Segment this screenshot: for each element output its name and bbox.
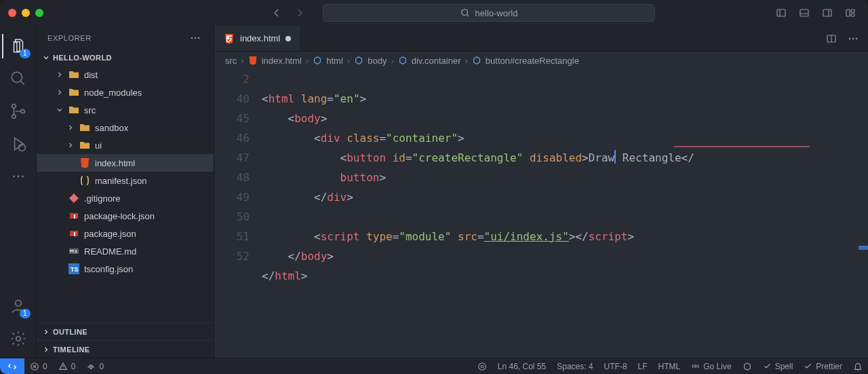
layout-panel-icon[interactable] [795, 3, 814, 22]
notifications-icon[interactable] [848, 362, 868, 371]
activity-accounts-icon[interactable]: 1 [2, 291, 35, 321]
code-editor[interactable]: 2404546474849505152 <html lang="en"> <bo… [214, 69, 868, 358]
chevron-down-icon [56, 106, 64, 114]
tree-file[interactable]: index.html [37, 154, 214, 172]
activity-debug-icon[interactable] [2, 129, 35, 159]
file-icon [79, 157, 91, 168]
breadcrumb-item[interactable]: html [326, 56, 343, 66]
sidebar-title: EXPLORER [47, 34, 92, 42]
tree-file[interactable]: TStsconfig.json [37, 260, 214, 278]
editor-more-icon[interactable] [844, 29, 863, 48]
explorer-badge: 1 [20, 49, 31, 58]
overview-mark [859, 246, 868, 250]
prettier-status[interactable]: Prettier [798, 362, 848, 371]
encoding-status[interactable]: UTF-8 [599, 362, 633, 371]
close-window-button[interactable] [8, 9, 16, 17]
tree-folder[interactable]: ui [37, 136, 214, 154]
spell-check-status[interactable]: Spell [757, 362, 799, 371]
command-center-search[interactable]: hello-world [323, 4, 655, 22]
tree-folder[interactable]: sandbox [37, 119, 214, 136]
nav-back-button[interactable] [267, 3, 286, 22]
tree-file[interactable]: .gitignore [37, 189, 214, 207]
layout-sidebar-left-icon[interactable] [772, 3, 791, 22]
tree-label: src [84, 105, 96, 115]
tree-folder[interactable]: node_modules [37, 83, 214, 101]
minimize-window-button[interactable] [22, 9, 30, 17]
tree-file[interactable]: package.json [37, 225, 214, 242]
layout-sidebar-right-icon[interactable] [818, 3, 837, 22]
svg-point-29 [852, 37, 854, 39]
tree-file[interactable]: package-lock.json [37, 207, 214, 225]
customize-layout-icon[interactable] [841, 3, 860, 22]
breadcrumb-item[interactable]: button#createRectangle [486, 56, 579, 66]
section-outline[interactable]: OUTLINE [37, 322, 214, 340]
breadcrumb-item[interactable]: index.html [262, 56, 302, 66]
tree-label: sandbox [95, 123, 128, 133]
svg-rect-4 [846, 10, 850, 16]
chevron-right-icon [42, 345, 50, 354]
tree-file[interactable]: manifest.json [37, 172, 214, 189]
code-content[interactable]: <html lang="en"> <body> <div class="cont… [262, 69, 868, 358]
tree-label: package.json [84, 229, 136, 239]
zoom-window-button[interactable] [35, 9, 43, 17]
activity-more-icon[interactable] [2, 162, 35, 191]
ports-status[interactable]: 0 [81, 358, 109, 374]
tree-label: ui [95, 141, 102, 151]
activity-search-icon[interactable] [2, 64, 35, 94]
eol-status[interactable]: LF [633, 362, 653, 371]
statusbar: 0 0 0 Ln 46, Col 55 Spaces: 4 UTF-8 LF H… [0, 358, 868, 374]
tree-file[interactable]: README.md [37, 242, 214, 260]
file-icon [68, 228, 80, 239]
svg-point-14 [21, 176, 23, 178]
breadcrumb-item[interactable]: src [225, 56, 237, 66]
language-mode[interactable]: HTML [653, 362, 686, 371]
svg-point-8 [12, 105, 15, 108]
breadcrumb-item[interactable]: body [368, 56, 387, 66]
tab-index-html[interactable]: index.html [214, 26, 301, 51]
file-icon [79, 140, 91, 151]
breadcrumb-item[interactable]: div.container [412, 56, 461, 66]
indentation-status[interactable]: Spaces: 4 [551, 362, 598, 371]
svg-point-33 [479, 362, 486, 370]
tree-label: README.md [84, 246, 136, 257]
activity-explorer-icon[interactable]: 1 [2, 31, 35, 61]
svg-rect-23 [74, 232, 75, 236]
svg-rect-2 [800, 10, 808, 16]
tree-label: dist [84, 70, 98, 80]
file-icon: TS [68, 263, 80, 274]
section-timeline[interactable]: TIMELINE [37, 340, 214, 358]
file-icon [68, 69, 80, 80]
svg-rect-21 [74, 214, 75, 219]
split-editor-icon[interactable] [822, 29, 841, 48]
svg-point-34 [481, 365, 484, 368]
remote-indicator[interactable] [0, 358, 24, 374]
problems-errors[interactable]: 0 [24, 358, 53, 374]
sidebar-more-icon[interactable] [188, 31, 203, 45]
svg-point-16 [16, 337, 20, 341]
tree-label: package-lock.json [84, 211, 155, 221]
tab-label: index.html [240, 33, 280, 43]
breadcrumb[interactable]: src › index.html › html › body › div.con… [214, 52, 868, 69]
titlebar: hello-world [0, 0, 868, 26]
svg-point-7 [12, 72, 22, 82]
overview-ruler[interactable] [859, 69, 868, 358]
svg-point-28 [849, 37, 851, 39]
tree-label: .gitignore [84, 193, 120, 204]
go-live-button[interactable]: Go Live [686, 362, 736, 371]
symbol-icon [354, 56, 363, 65]
svg-point-32 [91, 367, 92, 369]
screencast-icon[interactable] [472, 362, 492, 371]
eslint-status-icon[interactable] [737, 362, 757, 371]
chevron-right-icon [56, 88, 64, 96]
tree-folder[interactable]: dist [37, 66, 214, 83]
tree-folder[interactable]: src [37, 101, 214, 119]
cursor-position[interactable]: Ln 46, Col 55 [492, 362, 551, 371]
activity-settings-icon[interactable] [2, 324, 35, 354]
problems-warnings[interactable]: 0 [53, 358, 81, 374]
folder-header[interactable]: HELLO-WORLD [37, 50, 214, 66]
file-icon [68, 87, 80, 98]
activity-scm-icon[interactable] [2, 96, 35, 126]
svg-point-0 [461, 10, 467, 16]
window-controls [8, 9, 43, 17]
nav-forward-button[interactable] [290, 3, 309, 22]
